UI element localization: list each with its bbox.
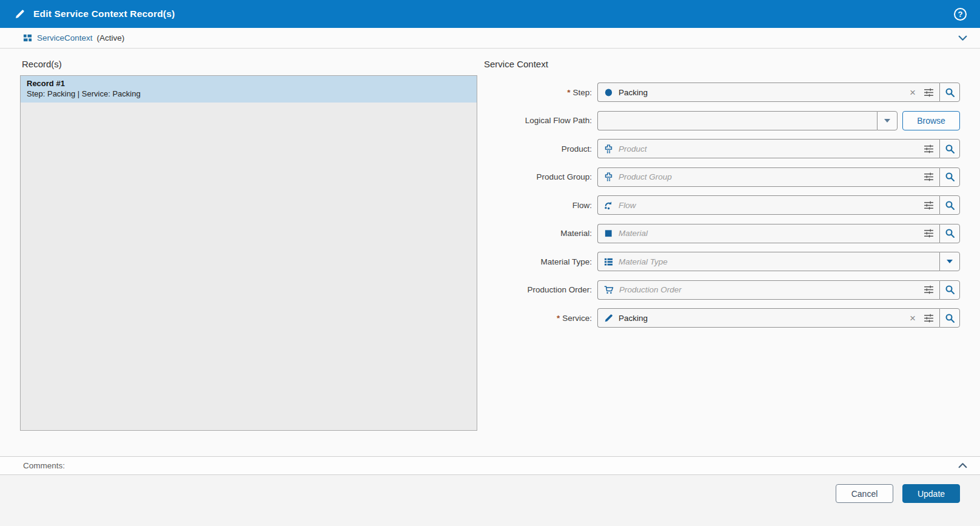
form-row-material: Material:Material: [484, 224, 960, 243]
field-label-service: *Service:: [484, 314, 597, 323]
material-field[interactable]: Material: [597, 224, 939, 243]
form-row-production-order: Production Order:Production Order: [484, 280, 960, 300]
record-list[interactable]: Record #1Step: Packing | Service: Packin…: [20, 75, 477, 431]
page-title: Edit Service Context Record(s): [33, 8, 175, 19]
form-row-step: *Step:Packing×: [484, 83, 960, 102]
field-label-flow: Flow:: [484, 201, 597, 210]
record-title: Record #1: [27, 79, 471, 88]
field-placeholder: Flow: [619, 201, 636, 210]
material-search-button[interactable]: [939, 224, 960, 243]
product-group-search-button[interactable]: [939, 167, 960, 187]
form-row-material-type: Material Type:Material Type: [484, 252, 960, 271]
record-subtitle: Step: Packing | Service: Packing: [27, 89, 471, 98]
material-type-icon: [604, 257, 613, 266]
required-asterisk: *: [567, 88, 570, 97]
material-type-dropdown-button[interactable]: [939, 252, 960, 271]
step-search-button[interactable]: [939, 83, 960, 102]
filter-icon[interactable]: [924, 87, 934, 98]
filter-icon[interactable]: [924, 200, 934, 211]
entity-link[interactable]: ServiceContext: [37, 33, 93, 42]
service-field[interactable]: Packing×: [597, 308, 939, 328]
search-icon: [945, 87, 955, 98]
update-button[interactable]: Update: [902, 484, 960, 503]
logical-flow-path-field[interactable]: [597, 111, 877, 130]
product-icon: [604, 144, 613, 153]
product-field[interactable]: Product: [597, 139, 939, 158]
chevron-down-icon[interactable]: [958, 33, 968, 43]
field-label-material: Material:: [484, 229, 597, 238]
field-placeholder: Material: [619, 229, 648, 238]
service-context-panel: Service Context *Step:Packing×Logical Fl…: [477, 49, 960, 456]
field-label-logical-flow-path: Logical Flow Path:: [484, 116, 597, 125]
product-search-button[interactable]: [939, 139, 960, 158]
product-group-icon: [604, 172, 613, 181]
material-type-field[interactable]: Material Type: [597, 252, 939, 271]
filter-icon[interactable]: [924, 285, 934, 295]
step-field[interactable]: Packing×: [597, 83, 939, 102]
field-placeholder: Material Type: [619, 257, 668, 266]
field-area: Material Type: [597, 252, 960, 271]
form-row-product-group: Product Group:Product Group: [484, 167, 960, 187]
filter-icon[interactable]: [924, 313, 934, 323]
flow-search-button[interactable]: [939, 195, 960, 215]
record-list-item[interactable]: Record #1Step: Packing | Service: Packin…: [21, 76, 477, 103]
entity-status: (Active): [97, 33, 125, 42]
chevron-up-icon[interactable]: [958, 460, 968, 471]
product-group-field[interactable]: Product Group: [597, 167, 939, 187]
service-context-form: *Step:Packing×Logical Flow Path:BrowsePr…: [484, 83, 960, 337]
field-area: Product Group: [597, 167, 960, 187]
cancel-button[interactable]: Cancel: [836, 484, 893, 503]
field-area: Packing×: [597, 308, 960, 328]
service-search-button[interactable]: [939, 308, 960, 328]
service-icon: [604, 314, 613, 323]
search-icon: [945, 200, 955, 211]
field-label-production-order: Production Order:: [484, 285, 597, 294]
production-order-icon: [604, 285, 614, 295]
logical-flow-path-dropdown-button[interactable]: [877, 111, 898, 130]
field-label-step: *Step:: [484, 88, 597, 97]
help-circle-icon[interactable]: ?: [954, 8, 967, 21]
search-icon: [945, 313, 955, 323]
field-value: Packing: [619, 314, 648, 323]
step-icon: [604, 88, 613, 97]
flow-field[interactable]: Flow: [597, 195, 939, 215]
required-asterisk: *: [557, 314, 560, 323]
field-placeholder: Product: [619, 144, 647, 153]
records-panel: Record(s) Record #1Step: Packing | Servi…: [20, 49, 477, 456]
field-area: Flow: [597, 195, 960, 215]
entity-icon: [23, 33, 32, 42]
production-order-search-button[interactable]: [939, 280, 960, 300]
search-icon: [945, 228, 955, 238]
field-area: Browse: [597, 111, 960, 130]
search-icon: [945, 285, 955, 295]
dropdown-caret-icon: [884, 119, 890, 123]
form-row-flow: Flow:Flow: [484, 195, 960, 215]
service-context-title: Service Context: [484, 59, 960, 69]
comments-bar[interactable]: Comments:: [0, 456, 980, 475]
comments-label: Comments:: [23, 461, 65, 470]
field-area: Packing×: [597, 83, 960, 102]
flow-icon: [604, 201, 613, 210]
action-bar: Cancel Update: [0, 475, 980, 526]
filter-icon[interactable]: [924, 144, 934, 154]
records-panel-title: Record(s): [22, 59, 477, 69]
filter-icon[interactable]: [924, 228, 934, 238]
field-placeholder: Product Group: [619, 172, 672, 181]
field-area: Product: [597, 139, 960, 158]
production-order-field[interactable]: Production Order: [597, 280, 939, 300]
form-row-product: Product:Product: [484, 139, 960, 158]
dropdown-caret-icon: [947, 260, 953, 263]
search-icon: [945, 144, 955, 154]
title-bar: Edit Service Context Record(s) ?: [0, 0, 980, 28]
search-icon: [945, 172, 955, 182]
filter-icon[interactable]: [924, 172, 934, 182]
field-label-product: Product:: [484, 144, 597, 153]
logical-flow-path-browse-button[interactable]: Browse: [902, 111, 960, 130]
clear-icon[interactable]: ×: [910, 313, 916, 323]
clear-icon[interactable]: ×: [910, 87, 916, 98]
breadcrumb: ServiceContext (Active): [0, 28, 980, 49]
field-value: Packing: [619, 88, 648, 97]
field-label-material-type: Material Type:: [484, 257, 597, 266]
field-placeholder: Production Order: [619, 285, 682, 294]
field-area: Production Order: [597, 280, 960, 300]
